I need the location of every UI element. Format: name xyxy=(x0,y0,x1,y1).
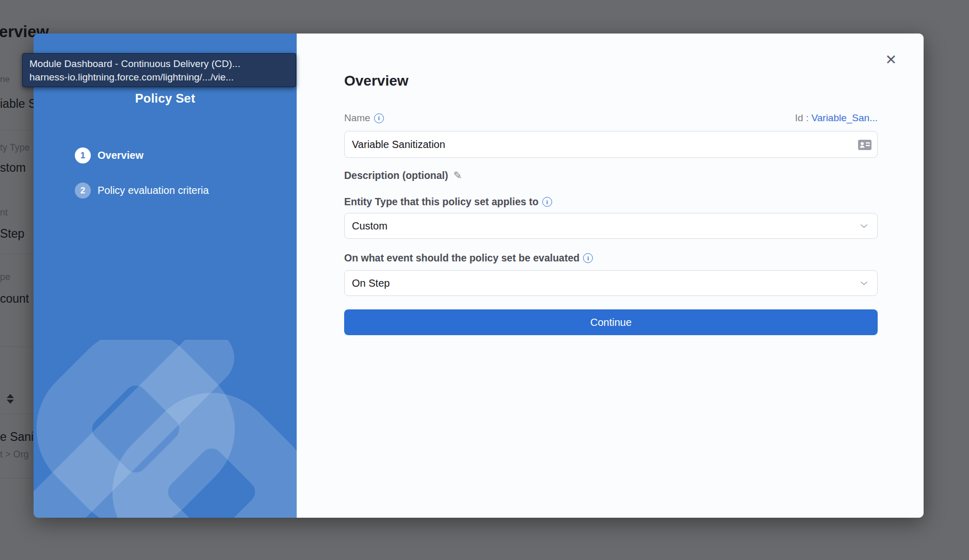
step-label: Policy evaluation criteria xyxy=(98,185,209,196)
id-prefix-label: Id : xyxy=(795,112,809,123)
overview-form-panel: ✕ Overview Name i Id : Variable_San... xyxy=(297,34,924,518)
close-icon[interactable]: ✕ xyxy=(885,53,897,67)
event-value: On Step xyxy=(352,277,390,289)
page-title: Overview xyxy=(344,73,409,89)
description-label: Description (optional) xyxy=(344,170,448,182)
step-number-badge: 1 xyxy=(75,147,91,163)
id-value-link[interactable]: Variable_San... xyxy=(811,112,878,123)
entity-type-value: Custom xyxy=(352,220,387,232)
entity-type-label-row: Entity Type that this policy set applies… xyxy=(344,196,552,208)
harness-logo-watermark xyxy=(34,340,297,518)
tooltip-url: harness-io.lightning.force.com/lightning… xyxy=(29,71,289,84)
wizard-step-policy-evaluation-criteria[interactable]: 2 Policy evaluation criteria xyxy=(75,183,209,199)
info-icon[interactable]: i xyxy=(374,113,384,123)
info-icon[interactable]: i xyxy=(542,197,552,207)
screen: erview ne iable S ty Type stom nt Step p… xyxy=(0,0,969,560)
entity-id: Id : Variable_San... xyxy=(795,112,878,124)
chevron-down-icon xyxy=(860,281,868,286)
edit-pencil-icon[interactable]: ✎ xyxy=(454,169,462,182)
wizard-title: Policy Set xyxy=(34,91,297,106)
entity-type-label: Entity Type that this policy set applies… xyxy=(344,196,539,208)
description-label-row: Description (optional) ✎ xyxy=(344,169,462,182)
chevron-down-icon xyxy=(860,224,868,228)
continue-button[interactable]: Continue xyxy=(344,309,878,335)
wizard-steps: 1 Overview 2 Policy evaluation criteria xyxy=(75,147,209,218)
event-select[interactable]: On Step xyxy=(344,270,878,296)
event-label-row: On what event should the policy set be e… xyxy=(344,252,593,264)
contact-card-icon[interactable] xyxy=(858,140,871,152)
link-preview-tooltip: Module Dashboard - Continuous Delivery (… xyxy=(22,53,296,87)
name-input[interactable] xyxy=(344,131,878,158)
wizard-sidebar: Policy Set 1 Overview 2 Policy evaluatio… xyxy=(34,34,297,518)
name-label-row: Name i Id : Variable_San... xyxy=(344,112,878,124)
name-label: Name xyxy=(344,112,370,124)
event-label: On what event should the policy set be e… xyxy=(344,252,579,264)
info-icon[interactable]: i xyxy=(583,253,593,263)
policy-set-modal: Policy Set 1 Overview 2 Policy evaluatio… xyxy=(34,34,924,518)
tooltip-title: Module Dashboard - Continuous Delivery (… xyxy=(29,57,289,71)
wizard-step-overview[interactable]: 1 Overview xyxy=(75,147,209,163)
entity-type-select[interactable]: Custom xyxy=(344,213,878,239)
step-number-badge: 2 xyxy=(75,183,91,199)
step-label: Overview xyxy=(98,150,143,161)
